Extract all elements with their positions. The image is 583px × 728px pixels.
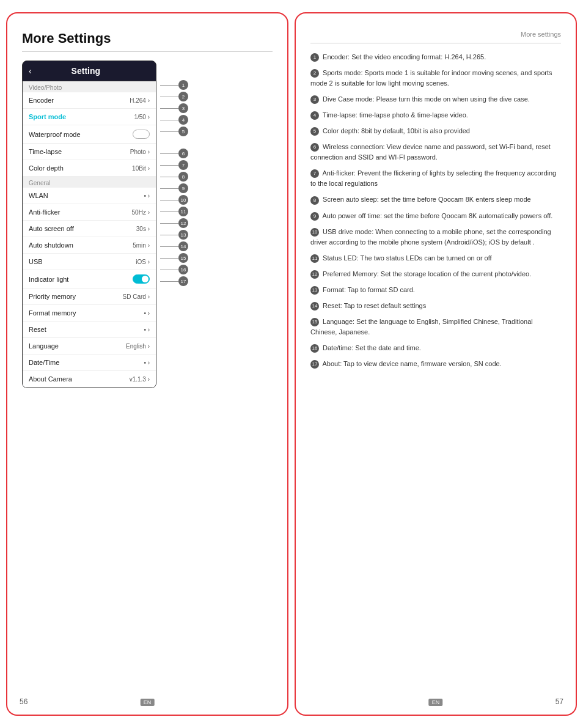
desc-item-16: 16 Date/time: Set the date and time. — [310, 343, 561, 353]
row-label-indicator-light: Indicator light — [29, 276, 68, 283]
callout-line-9 — [160, 188, 178, 189]
row-value-priority-memory: SD Card › — [123, 293, 150, 300]
desc-num-8: 8 — [310, 196, 319, 205]
device-header-title: Setting — [32, 66, 140, 76]
desc-item-3: 3 Dive Case mode: Please turn this mode … — [310, 94, 561, 105]
callout-circle-9: 9 — [178, 183, 188, 193]
setting-row-language[interactable]: Language English › — [23, 338, 156, 355]
desc-item-7: 7 Anti-flicker: Prevent the flickering o… — [310, 168, 561, 189]
callout-line-10 — [160, 200, 178, 200]
desc-text-7: Anti-flicker: Prevent the flickering of … — [310, 169, 556, 187]
callout-line-8 — [160, 177, 178, 177]
desc-text-5: Color depth: 8bit by default, 10bit is a… — [323, 127, 470, 134]
row-label-timelapse: Time-lapse — [29, 148, 62, 155]
desc-text-13: Format: Tap to format SD card. — [323, 286, 415, 293]
desc-num-13: 13 — [310, 286, 319, 295]
callout-circle-2: 2 — [178, 92, 188, 101]
desc-num-4: 4 — [310, 111, 319, 120]
callout-8: 8 — [160, 172, 188, 182]
callouts-column: 1 2 3 4 5 — [160, 61, 188, 288]
desc-text-6: Wireless connection: View device name an… — [310, 143, 551, 161]
callout-line-6 — [160, 153, 178, 154]
setting-row-waterproof[interactable]: Waterproof mode — [23, 125, 156, 144]
setting-row-sport-mode[interactable]: Sport mode 1/50 › — [23, 109, 156, 125]
callout-17: 17 — [160, 276, 188, 286]
row-value-wlan: • › — [144, 193, 150, 199]
row-value-about-camera: v1.1.3 › — [130, 376, 150, 383]
row-value-color-depth: 10Bit › — [132, 165, 150, 172]
setting-row-timelapse[interactable]: Time-lapse Photo › — [23, 144, 156, 160]
row-value-reset: • › — [144, 326, 150, 333]
descriptions-list: 1 Encoder: Set the video encoding format… — [310, 52, 561, 375]
en-label-left: EN — [141, 699, 155, 706]
desc-item-5: 5 Color depth: 8bit by default, 10bit is… — [310, 126, 561, 136]
device-header: ‹ Setting — [23, 61, 156, 81]
row-label-language: Language — [29, 342, 59, 350]
callout-13: 13 — [160, 230, 188, 240]
desc-item-8: 8 Screen auto sleep: set the time before… — [310, 194, 561, 205]
callout-line-16 — [160, 270, 178, 270]
callout-circle-7: 7 — [178, 160, 188, 170]
desc-text-12: Preferred Memory: Set the storage locati… — [323, 270, 531, 278]
desc-num-6: 6 — [310, 143, 319, 152]
setting-row-date-time[interactable]: Date/Time • › — [23, 355, 156, 371]
desc-item-11: 11 Status LED: The two status LEDs can b… — [310, 253, 561, 263]
setting-row-wlan[interactable]: WLAN • › — [23, 188, 156, 204]
desc-num-7: 7 — [310, 169, 319, 178]
callout-7: 7 — [160, 160, 188, 170]
toggle-knob — [134, 131, 141, 138]
indicator-light-toggle[interactable] — [133, 274, 150, 284]
setting-row-reset[interactable]: Reset • › — [23, 322, 156, 338]
row-label-about-camera: About Camera — [29, 375, 72, 383]
callout-14: 14 — [160, 241, 188, 251]
callout-line-13 — [160, 235, 178, 235]
setting-row-usb[interactable]: USB iOS › — [23, 254, 156, 270]
setting-row-priority-memory[interactable]: Priority memory SD Card › — [23, 289, 156, 305]
row-label-encoder: Encoder — [29, 97, 54, 104]
setting-row-encoder[interactable]: Encoder H.264 › — [23, 92, 156, 109]
desc-item-17: 17 About: Tap to view device name, firmw… — [310, 359, 561, 369]
callout-11: 11 — [160, 207, 188, 216]
desc-num-16: 16 — [310, 344, 319, 353]
desc-item-12: 12 Preferred Memory: Set the storage loc… — [310, 269, 561, 279]
left-panel: More Settings ‹ Setting Video/Photo Enco… — [6, 12, 288, 716]
row-value-date-time: • › — [144, 359, 150, 366]
desc-item-2: 2 Sports mode: Sports mode 1 is suitable… — [310, 68, 561, 89]
callout-6: 6 — [160, 149, 188, 158]
row-label-wlan: WLAN — [29, 192, 48, 199]
row-value-language: English › — [126, 343, 150, 350]
callout-line-1 — [160, 85, 178, 86]
setting-row-auto-shutdown[interactable]: Auto shutdown 5min › — [23, 237, 156, 254]
desc-num-12: 12 — [310, 270, 319, 279]
desc-num-10: 10 — [310, 228, 319, 237]
setting-list: Video/Photo Encoder H.264 › Sport mode 1… — [23, 81, 156, 388]
left-title: More Settings — [22, 31, 273, 46]
callout-line-7 — [160, 165, 178, 166]
row-value-auto-screen-off: 30s › — [136, 226, 150, 232]
setting-row-auto-screen-off[interactable]: Auto screen off 30s › — [23, 221, 156, 237]
desc-text-11: Status LED: The two status LEDs can be t… — [323, 254, 492, 262]
callout-line-15 — [160, 258, 178, 259]
desc-item-9: 9 Auto power off time: set the time befo… — [310, 211, 561, 221]
row-label-auto-shutdown: Auto shutdown — [29, 241, 73, 249]
setting-row-indicator-light[interactable]: Indicator light — [23, 270, 156, 289]
callout-10: 10 — [160, 195, 188, 205]
waterproof-toggle[interactable] — [133, 130, 150, 139]
callout-circle-13: 13 — [178, 230, 188, 240]
callout-line-17 — [160, 281, 178, 282]
callout-5: 5 — [160, 127, 188, 136]
desc-item-1: 1 Encoder: Set the video encoding format… — [310, 52, 561, 62]
setting-row-anti-flicker[interactable]: Anti-flicker 50Hz › — [23, 204, 156, 221]
row-label-format-memory: Format memory — [29, 309, 76, 317]
callout-9: 9 — [160, 183, 188, 193]
callout-line-4 — [160, 120, 178, 120]
setting-row-format-memory[interactable]: Format memory • › — [23, 305, 156, 322]
callout-line-5 — [160, 131, 178, 132]
setting-row-about-camera[interactable]: About Camera v1.1.3 › — [23, 371, 156, 388]
callout-circle-6: 6 — [178, 149, 188, 158]
setting-row-color-depth[interactable]: Color depth 10Bit › — [23, 160, 156, 177]
section-label-video: Video/Photo — [23, 81, 156, 92]
callout-line-3 — [160, 108, 178, 109]
row-label-waterproof: Waterproof mode — [29, 131, 81, 138]
desc-text-14: Reset: Tap to reset default settings — [323, 302, 426, 309]
